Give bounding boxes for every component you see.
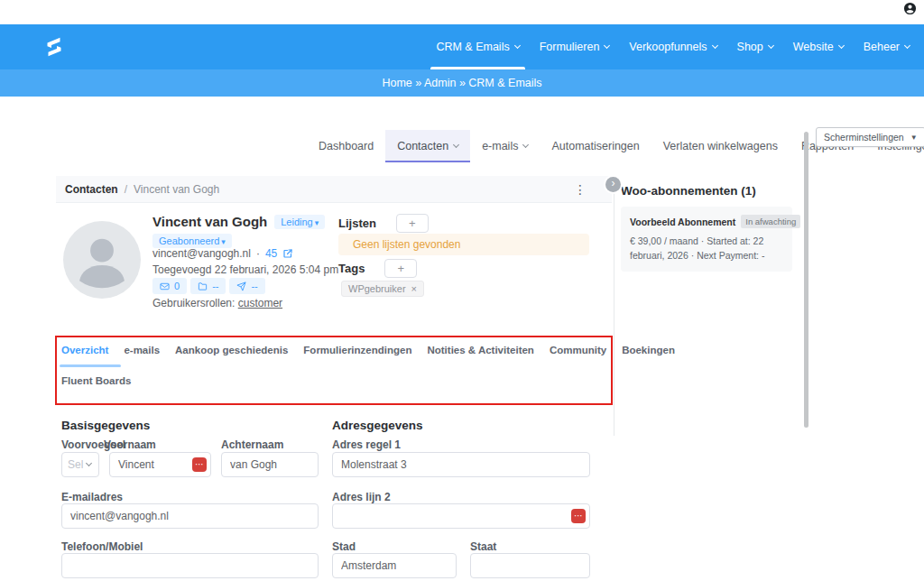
contact-name-row: Vincent van Gogh Leiding▾ xyxy=(152,214,325,229)
screen-options-button[interactable]: Scherminstellingen ▼ xyxy=(816,127,924,147)
tab-aankoop-geschiedenis[interactable]: Aankoop geschiedenis xyxy=(175,345,288,367)
breadcrumb: Home » Admin » CRM & Emails xyxy=(382,77,541,89)
adres1-label: Adres regel 1 xyxy=(332,438,401,451)
tab-automatiseringen[interactable]: Automatiseringen xyxy=(540,130,651,162)
tab-emails[interactable]: e-mails xyxy=(470,130,540,162)
scrollbar-thumb[interactable] xyxy=(804,132,808,428)
voorvoegsel-placeholder: Sel xyxy=(68,458,83,471)
voorvoegsel-select[interactable]: Sel xyxy=(61,452,99,477)
nav-item-formulieren[interactable]: Formulieren xyxy=(538,24,612,69)
autofill-extension-icon[interactable]: ⋯ xyxy=(571,509,586,523)
nav-item-shop[interactable]: Shop xyxy=(735,24,775,69)
subscription-status-badge[interactable]: Geabonneerd▾ xyxy=(152,234,232,248)
fluent-logo-icon[interactable] xyxy=(40,34,69,60)
contact-email: vincent@vangogh.nl xyxy=(152,247,251,260)
kebab-menu-icon[interactable]: ⋮ xyxy=(574,183,587,196)
chevron-down-icon xyxy=(768,42,774,49)
contact-form: Basisgegevens Adresgegevens Voorvoegsel … xyxy=(56,413,612,581)
tag-remove-icon[interactable]: × xyxy=(411,283,417,294)
contact-added-date: Toegevoegd 22 februari, 2026 5:04 pm xyxy=(152,263,338,276)
stad-input[interactable] xyxy=(332,553,457,578)
basic-section-heading: Basisgegevens xyxy=(61,419,150,432)
tab-formulierinzendingen[interactable]: Formulierinzendingen xyxy=(303,345,411,367)
nav-item-label: Formulieren xyxy=(540,41,600,53)
achternaam-label: Achternaam xyxy=(221,438,283,451)
subscription-name: Voorbeeld Abonnement xyxy=(630,217,735,227)
top-strip xyxy=(0,0,924,24)
subscription-name-row: Voorbeeld Abonnement In afwachting xyxy=(630,215,783,228)
collapse-panel-button[interactable]: › xyxy=(605,177,621,192)
chevron-down-icon xyxy=(514,42,521,49)
contact-detail-tabbar: Overzicht e-mails Aankoop geschiedenis F… xyxy=(56,337,612,404)
campaign-pill[interactable]: -- xyxy=(229,278,264,294)
nav-item-website[interactable]: Website xyxy=(791,24,845,69)
chevron-down-icon xyxy=(604,42,610,49)
caret-down-icon: ▾ xyxy=(221,237,226,246)
email-count-link[interactable]: 45 xyxy=(265,247,277,260)
chevron-right-icon: › xyxy=(612,177,615,189)
woo-panel-heading: Woo-abonnementen (1) xyxy=(621,184,794,198)
tab-label: Contacten xyxy=(397,140,448,152)
send-icon xyxy=(236,281,246,291)
chevron-down-icon xyxy=(86,460,92,466)
tab-fluent-boards[interactable]: Fluent Boards xyxy=(61,375,612,398)
telefoon-label: Telefoon/Mobiel xyxy=(61,540,143,553)
contact-card: Contacten / Vincent van Gogh ⋮ Vincent v… xyxy=(56,176,612,320)
nav-item-label: Verkoopfunnels xyxy=(629,41,707,53)
tab-emails-detail[interactable]: e-mails xyxy=(124,345,160,367)
tab-label: Verlaten winkelwagens xyxy=(663,140,778,152)
breadcrumb-bar: Home » Admin » CRM & Emails xyxy=(0,69,924,97)
breadcrumb-section: Contacten xyxy=(65,183,118,196)
chevron-down-icon xyxy=(838,42,845,49)
subscription-details: € 39,00 / maand · Started at: 22 februar… xyxy=(630,234,783,263)
caret-down-icon: ▾ xyxy=(315,218,319,227)
tab-notities-activiteiten[interactable]: Notities & Activiteiten xyxy=(427,345,533,367)
adres2-input[interactable] xyxy=(332,503,590,529)
nav-item-verkoopfunnels[interactable]: Verkoopfunnels xyxy=(627,24,718,69)
avatar xyxy=(63,221,141,299)
breadcrumb-separator: / xyxy=(125,183,127,196)
adres2-label: Adres lijn 2 xyxy=(332,491,391,503)
tab-community[interactable]: Community xyxy=(550,345,606,367)
achternaam-input[interactable] xyxy=(221,452,319,477)
autofill-extension-icon[interactable]: ⋯ xyxy=(192,457,207,472)
add-tag-button[interactable]: + xyxy=(384,259,417,278)
lists-section-header: Lijsten + xyxy=(338,214,429,233)
no-lists-warning: Geen lijsten gevonden xyxy=(338,234,589,255)
email-input[interactable] xyxy=(61,503,319,529)
adres1-input[interactable] xyxy=(332,452,590,477)
nav-item-label: Website xyxy=(793,41,834,53)
tab-dashboard[interactable]: Dashboard xyxy=(307,130,385,162)
stad-label: Stad xyxy=(332,540,356,553)
user-roles-row: Gebruikersrollen: customer xyxy=(152,297,282,309)
nav-item-crm-emails[interactable]: CRM & Emails xyxy=(434,24,521,69)
tab-verlaten-winkelwagens[interactable]: Verlaten winkelwagens xyxy=(651,130,790,162)
purchase-pill[interactable]: -- xyxy=(190,278,226,294)
adres2-field-wrap: ⋯ xyxy=(332,503,590,529)
subscription-status-row: Geabonneerd▾ xyxy=(152,232,232,248)
lead-status-badge[interactable]: Leiding▾ xyxy=(274,215,325,229)
page: CRM & Emails Formulieren Verkoopfunnels … xyxy=(0,0,924,581)
woo-subscriptions-panel: Woo-abonnementen (1) Voorbeeld Abonnemen… xyxy=(621,176,794,272)
user-circle-icon[interactable] xyxy=(903,2,917,15)
contact-email-row: vincent@vangogh.nl · 45 xyxy=(152,247,293,260)
tab-contacten[interactable]: Contacten xyxy=(385,130,470,162)
detail-tabs-row1: Overzicht e-mails Aankoop geschiedenis F… xyxy=(61,345,612,367)
stat-value: -- xyxy=(212,281,218,291)
panel-divider xyxy=(614,178,614,436)
subscription-status-label: Geabonneerd xyxy=(159,235,219,246)
add-list-button[interactable]: + xyxy=(396,214,429,233)
staat-input[interactable] xyxy=(470,553,590,578)
user-role-link[interactable]: customer xyxy=(238,297,282,309)
nav-item-label: Shop xyxy=(737,41,763,53)
caret-down-icon: ▼ xyxy=(910,134,918,142)
tab-boekingen[interactable]: Boekingen xyxy=(622,345,675,367)
telefoon-input[interactable] xyxy=(61,553,319,578)
nav-item-beheer[interactable]: Beheer xyxy=(862,24,911,69)
external-link-icon[interactable] xyxy=(282,248,293,259)
tab-overzicht[interactable]: Overzicht xyxy=(61,345,108,367)
chevron-down-icon xyxy=(453,142,459,148)
contact-stats: 0 -- -- xyxy=(152,278,265,294)
subscription-status-badge: In afwachting xyxy=(741,215,800,228)
email-count-pill[interactable]: 0 xyxy=(152,278,187,294)
